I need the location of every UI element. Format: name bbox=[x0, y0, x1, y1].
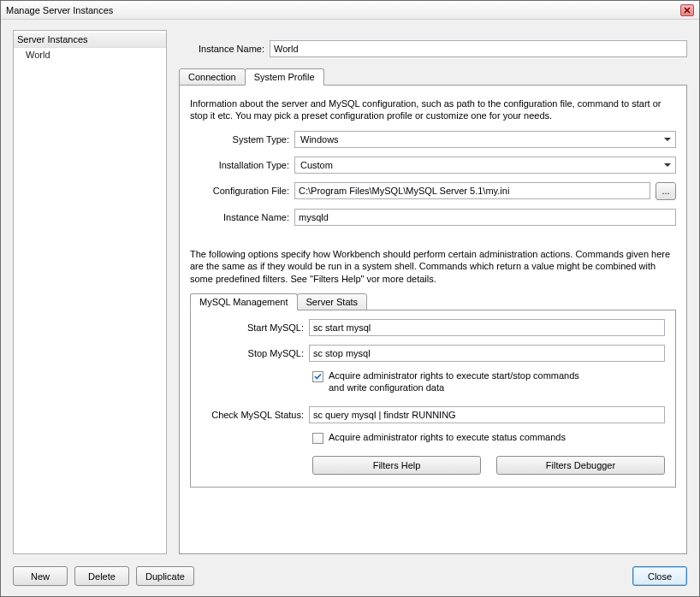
tree-item-world[interactable]: World bbox=[14, 48, 166, 62]
close-button[interactable]: Close bbox=[632, 566, 687, 586]
tree-group-header: Server Instances bbox=[14, 33, 166, 48]
system-type-value: Windows bbox=[300, 134, 339, 145]
filters-debugger-label: Filters Debugger bbox=[546, 460, 615, 470]
instance-name-input[interactable] bbox=[270, 40, 687, 57]
start-mysql-label: Start MySQL: bbox=[201, 322, 304, 333]
filters-debugger-button[interactable]: Filters Debugger bbox=[496, 456, 665, 475]
inner-tabs: MySQL Management Server Stats bbox=[190, 293, 676, 310]
check-status-input[interactable] bbox=[309, 406, 665, 423]
new-button[interactable]: New bbox=[13, 566, 68, 586]
duplicate-label: Duplicate bbox=[145, 571, 185, 582]
dialog-footer: New Delete Duplicate Close bbox=[1, 561, 699, 596]
left-pane: Server Instances World bbox=[13, 30, 167, 554]
main-tabs: Connection System Profile bbox=[179, 68, 687, 85]
system-profile-panel: Information about the server and MySQL c… bbox=[179, 85, 687, 554]
tab-system-profile[interactable]: System Profile bbox=[245, 68, 324, 86]
title-bar: Manage Server Instances bbox=[1, 1, 699, 20]
install-type-select[interactable]: Custom bbox=[294, 157, 676, 174]
new-label: New bbox=[31, 571, 50, 582]
instance-name-row: Instance Name: bbox=[179, 40, 687, 57]
delete-button[interactable]: Delete bbox=[74, 566, 129, 586]
tab-server-stats[interactable]: Server Stats bbox=[297, 293, 368, 310]
admin-intro-text: The following options specify how Workbe… bbox=[190, 248, 676, 287]
server-instances-tree[interactable]: Server Instances World bbox=[13, 30, 167, 554]
mysql-management-panel: Start MySQL: Stop MySQL: Acquire adminis… bbox=[190, 310, 676, 488]
delete-label: Delete bbox=[88, 571, 116, 582]
admin-rights-status-label: Acquire administrator rights to execute … bbox=[329, 432, 566, 444]
start-mysql-input[interactable] bbox=[309, 319, 665, 336]
tab-mysql-management[interactable]: MySQL Management bbox=[190, 293, 298, 310]
intro-text: Information about the server and MySQL c… bbox=[190, 98, 676, 122]
profile-instance-name-label: Instance Name: bbox=[190, 212, 289, 222]
tab-connection[interactable]: Connection bbox=[179, 68, 246, 86]
browse-label: ... bbox=[661, 186, 669, 196]
install-type-label: Installation Type: bbox=[190, 160, 289, 170]
dialog-body: Server Instances World Instance Name: Co… bbox=[1, 20, 699, 561]
stop-mysql-input[interactable] bbox=[309, 345, 665, 362]
close-icon[interactable] bbox=[680, 4, 694, 16]
admin-rights-startstop-checkbox[interactable] bbox=[312, 371, 323, 382]
right-pane: Instance Name: Connection System Profile… bbox=[179, 30, 687, 554]
duplicate-button[interactable]: Duplicate bbox=[136, 566, 194, 586]
admin-rights-status-checkbox[interactable] bbox=[312, 433, 323, 444]
instance-name-label: Instance Name: bbox=[179, 44, 264, 54]
stop-mysql-label: Stop MySQL: bbox=[201, 348, 304, 358]
filters-help-label: Filters Help bbox=[373, 460, 421, 470]
system-type-select[interactable]: Windows bbox=[294, 131, 676, 148]
check-status-label: Check MySQL Status: bbox=[201, 410, 304, 420]
window-title: Manage Server Instances bbox=[6, 5, 113, 15]
profile-instance-name-input[interactable] bbox=[294, 209, 676, 226]
filters-help-button[interactable]: Filters Help bbox=[312, 456, 481, 475]
install-type-value: Custom bbox=[300, 160, 333, 170]
manage-server-instances-window: Manage Server Instances Server Instances… bbox=[0, 0, 700, 597]
close-label: Close bbox=[648, 571, 672, 582]
browse-button[interactable]: ... bbox=[656, 182, 676, 200]
config-file-input[interactable] bbox=[294, 182, 650, 199]
system-type-label: System Type: bbox=[190, 134, 289, 145]
admin-rights-startstop-label: Acquire administrator rights to execute … bbox=[329, 370, 585, 394]
config-file-label: Configuration File: bbox=[190, 186, 289, 196]
